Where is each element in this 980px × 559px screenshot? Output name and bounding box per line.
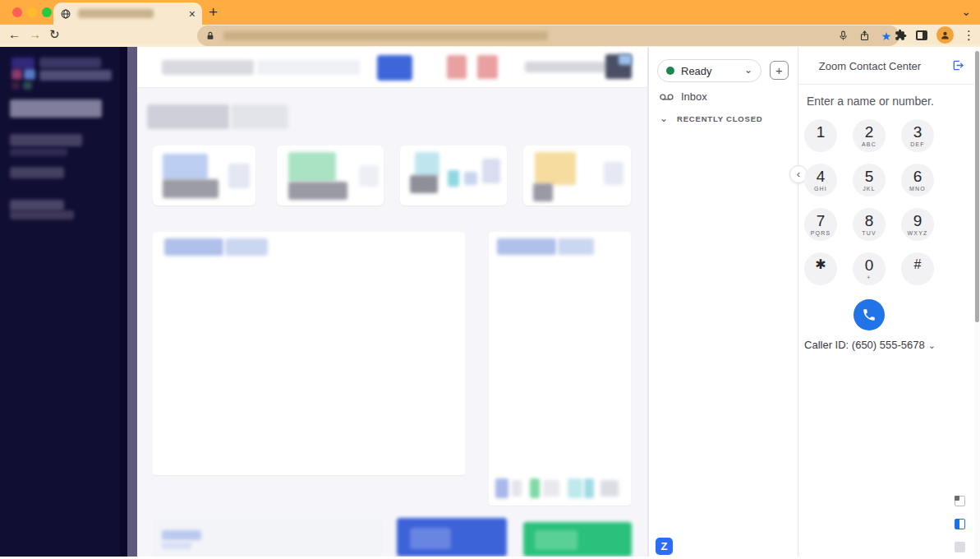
key-letters: ABC	[862, 141, 876, 148]
side-panel-icon[interactable]	[916, 30, 927, 40]
globe-favicon-icon	[60, 8, 71, 20]
traffic-light-zoom[interactable]	[42, 7, 52, 17]
inbox-item[interactable]: Inbox	[660, 90, 707, 103]
recently-closed-section[interactable]: ⌄ RECENTLY CLOSED	[660, 114, 762, 123]
profile-avatar[interactable]	[936, 26, 954, 44]
dialpad-key-pound[interactable]: #	[901, 252, 934, 285]
pop-out-icon[interactable]	[952, 59, 964, 72]
key-digit: 4	[817, 169, 826, 184]
redacted-logo	[24, 69, 35, 80]
browser-menu-icon[interactable]: ⋮	[963, 29, 975, 41]
key-digit: 8	[865, 213, 874, 229]
key-letters: JKL	[863, 186, 876, 192]
key-letters: +	[867, 275, 871, 281]
address-bar[interactable]: ★	[197, 25, 899, 46]
redacted-stat	[410, 175, 438, 193]
chevron-left-icon: ‹	[797, 169, 800, 179]
redacted-nav-item[interactable]	[10, 210, 74, 219]
sidebar-edge	[120, 47, 127, 557]
extensions-puzzle-icon[interactable]	[895, 29, 907, 41]
redacted-chip	[512, 480, 522, 497]
microphone-icon[interactable]	[838, 30, 849, 42]
back-button[interactable]: ←	[8, 27, 21, 41]
redacted-link[interactable]	[162, 530, 201, 540]
browser-toolbar: ← → ↻ ★	[0, 25, 980, 47]
browser-window: × + ⌄ ← → ↻	[0, 0, 980, 559]
summary-card[interactable]	[523, 146, 631, 206]
redacted-link[interactable]	[225, 238, 268, 256]
redacted-search-field[interactable]	[10, 99, 102, 118]
redacted-chip	[543, 480, 559, 497]
summary-card[interactable]	[153, 146, 255, 206]
dialpad-key-7[interactable]: 7 PQRS	[804, 208, 837, 241]
forward-button[interactable]: →	[29, 27, 41, 41]
dialpad-key-9[interactable]: 9 WXYZ	[901, 208, 934, 241]
redacted-link[interactable]	[497, 238, 556, 255]
summary-card[interactable]	[277, 146, 384, 206]
redacted-chip[interactable]	[477, 55, 498, 79]
redacted-stat	[163, 154, 208, 180]
agent-status-panel: Ready ⌄ + Inbox ⌄ RECENTLY CLOSED Z	[649, 47, 798, 557]
redacted-chip[interactable]	[447, 55, 467, 79]
tab-close-icon[interactable]: ×	[189, 8, 196, 20]
window-chevron-icon[interactable]: ⌄	[961, 5, 971, 18]
bookmark-star-icon[interactable]: ★	[881, 30, 891, 42]
redacted-link[interactable]	[558, 238, 594, 255]
dialpad-key-5[interactable]: 5 JKL	[853, 164, 886, 196]
dialpad-key-1[interactable]: 1	[804, 119, 837, 152]
browser-tab-strip: × + ⌄	[0, 0, 980, 25]
inbox-label: Inbox	[681, 90, 707, 103]
zoom-logo-badge[interactable]: Z	[656, 538, 673, 555]
main-header	[137, 47, 647, 88]
share-icon[interactable]	[859, 30, 870, 42]
dialpad-key-star[interactable]: ✱	[804, 252, 837, 285]
recently-closed-label: RECENTLY CLOSED	[677, 114, 762, 123]
browser-tab[interactable]: ×	[53, 2, 202, 25]
dialpad-key-6[interactable]: 6 MNO	[901, 164, 934, 196]
redacted-heading	[147, 104, 229, 129]
redacted-chip	[495, 478, 508, 498]
dialpad-key-3[interactable]: 3 DEF	[901, 119, 934, 152]
redacted-nav-item[interactable]	[10, 134, 82, 146]
dock-panel-icon[interactable]	[955, 519, 965, 529]
page-scrollbar[interactable]	[974, 47, 980, 557]
redacted-text	[535, 530, 577, 550]
minimized-widget-icon[interactable]	[955, 542, 965, 552]
caller-id-dropdown[interactable]: Caller ID: (650) 555-5678⌄	[798, 339, 941, 351]
traffic-light-minimize[interactable]	[27, 7, 37, 17]
summary-card[interactable]	[400, 146, 507, 206]
lock-icon	[205, 30, 215, 41]
traffic-light-close[interactable]	[12, 7, 22, 17]
key-digit: 7	[817, 213, 826, 229]
new-tab-button[interactable]: +	[209, 3, 218, 21]
app-sidebar	[0, 47, 127, 557]
key-letters: DEF	[910, 141, 925, 148]
dialpad-key-4[interactable]: 4 GHI	[804, 164, 837, 196]
add-button[interactable]: +	[770, 61, 789, 80]
redacted-nav-item[interactable]	[10, 148, 67, 156]
reload-button[interactable]: ↻	[49, 27, 60, 42]
redacted-primary-button[interactable]	[377, 55, 412, 81]
redacted-chip	[600, 480, 619, 497]
redacted-text	[410, 528, 451, 549]
call-button[interactable]	[853, 299, 885, 330]
app-area: Ready ⌄ + Inbox ⌄ RECENTLY CLOSED Z	[0, 47, 980, 557]
redacted-stat	[464, 172, 477, 185]
redacted-stat	[535, 152, 576, 185]
status-dropdown[interactable]: Ready ⌄	[657, 59, 761, 82]
redacted-nav-item[interactable]	[10, 167, 64, 178]
scrollbar-thumb[interactable]	[975, 51, 979, 322]
redacted-nav-item[interactable]	[10, 200, 64, 211]
dialpad-key-0[interactable]: 0 +	[853, 252, 886, 285]
redacted-logo	[12, 58, 35, 69]
dialpad-key-8[interactable]: 8 TUV	[853, 208, 886, 241]
voicemail-icon	[660, 92, 674, 102]
sidebar-scrollbar[interactable]	[127, 47, 137, 557]
redacted-link[interactable]	[164, 238, 223, 256]
redacted-chip	[568, 478, 582, 498]
dialpad-key-2[interactable]: 2 ABC	[853, 119, 886, 152]
picture-in-picture-icon[interactable]	[955, 496, 965, 506]
contact-center-header: Zoom Contact Center	[798, 47, 974, 85]
key-letters: PQRS	[811, 230, 831, 237]
dial-search-input[interactable]	[807, 95, 934, 108]
